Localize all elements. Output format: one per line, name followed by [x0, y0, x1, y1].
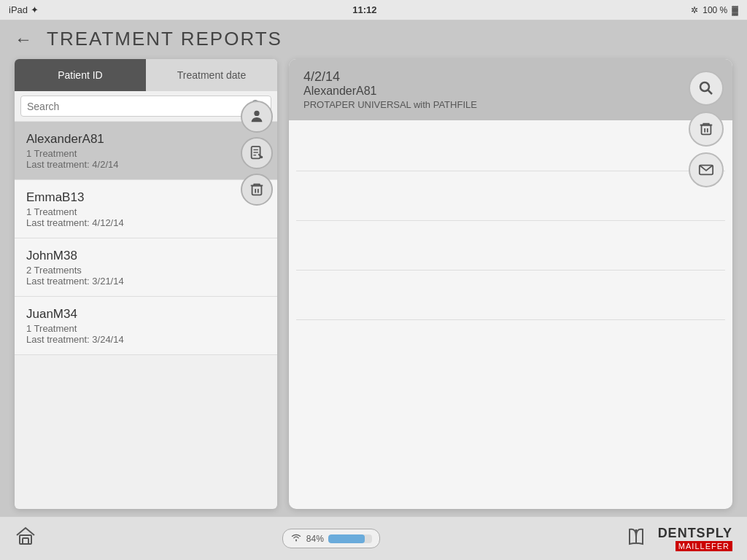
delete-detail-button[interactable]	[689, 112, 724, 147]
svg-point-0	[254, 111, 259, 116]
battery-visual	[328, 534, 372, 543]
email-detail-button[interactable]	[689, 152, 724, 187]
detail-panel: 4/2/14 AlexanderA81 PROTAPER UNIVERSAL w…	[289, 59, 732, 509]
wifi-icon	[290, 532, 302, 545]
patient-name: JuanM34	[26, 307, 266, 322]
patient-info: JuanM34 1 Treatment Last treatment: 3/24…	[26, 307, 266, 345]
patient-last: Last treatment: 4/2/14	[26, 159, 266, 170]
patient-info: JohnM38 2 Treatments Last treatment: 3/2…	[26, 249, 266, 287]
detail-actions	[689, 71, 724, 187]
svg-rect-16	[23, 538, 28, 544]
patient-info: EmmaB13 1 Treatment Last treatment: 4/12…	[26, 190, 266, 228]
detail-patient: AlexanderA81	[303, 85, 681, 98]
status-left: iPad ✦	[9, 4, 39, 15]
detail-row	[296, 128, 725, 171]
svg-point-5	[260, 156, 263, 159]
home-button[interactable]	[15, 525, 36, 552]
tabs: Patient ID Treatment date	[15, 59, 277, 91]
list-item[interactable]: EmmaB13 1 Treatment Last treatment: 4/12…	[15, 180, 277, 238]
header: ← TREATMENT REPORTS	[15, 28, 732, 50]
book-button[interactable]	[626, 526, 646, 551]
page-title: TREATMENT REPORTS	[47, 28, 282, 50]
patient-last: Last treatment: 3/24/14	[26, 334, 266, 345]
battery-icon: ▓	[732, 5, 738, 15]
patient-last: Last treatment: 3/21/14	[26, 276, 266, 287]
patient-name: EmmaB13	[26, 190, 266, 205]
patient-list: AlexanderA81 1 Treatment Last treatment:…	[15, 121, 277, 509]
patient-treatments: 1 Treatment	[26, 148, 266, 159]
floating-actions	[241, 101, 273, 206]
delete-action-button[interactable]	[241, 174, 273, 206]
search-detail-button[interactable]	[689, 71, 724, 106]
status-right: ✲ 100 % ▓	[691, 5, 738, 15]
patient-action-button[interactable]	[241, 101, 273, 133]
search-input[interactable]	[27, 101, 246, 112]
svg-rect-11	[702, 125, 711, 135]
search-bar: 🔍	[20, 96, 271, 117]
content-row: Patient ID Treatment date 🔍 AlexanderA81…	[15, 59, 732, 509]
detail-row	[296, 276, 725, 320]
bluetooth-icon: ✲	[691, 5, 698, 15]
brand-sub: MAILLEFER	[676, 541, 732, 551]
tab-treatment-date[interactable]: Treatment date	[146, 59, 277, 91]
svg-line-10	[708, 90, 713, 95]
battery-fill	[328, 534, 365, 543]
patient-last: Last treatment: 4/12/14	[26, 217, 266, 228]
detail-content	[289, 120, 732, 509]
svg-rect-15	[20, 535, 31, 544]
detail-row	[296, 227, 725, 271]
svg-point-9	[700, 82, 709, 91]
detail-header: 4/2/14 AlexanderA81 PROTAPER UNIVERSAL w…	[289, 59, 732, 120]
bottom-bar: 84% DENTSPLY MAILLEFER	[0, 516, 747, 560]
patient-treatments: 1 Treatment	[26, 323, 266, 334]
list-item[interactable]: AlexanderA81 1 Treatment Last treatment:…	[15, 122, 277, 180]
report-action-button[interactable]	[241, 137, 273, 169]
ipad-label: iPad ✦	[9, 4, 39, 15]
list-item[interactable]: JuanM34 1 Treatment Last treatment: 3/24…	[15, 297, 277, 355]
bottom-center: 84%	[282, 529, 380, 548]
patient-name: JohnM38	[26, 249, 266, 263]
patient-panel: Patient ID Treatment date 🔍 AlexanderA81…	[15, 59, 277, 509]
status-bar: iPad ✦ 11:12 ✲ 100 % ▓	[0, 0, 747, 20]
status-time: 11:12	[352, 4, 376, 15]
detail-treatment: PROTAPER UNIVERSAL with PATHFILE	[303, 99, 681, 110]
patient-treatments: 2 Treatments	[26, 265, 266, 276]
patient-treatments: 1 Treatment	[26, 206, 266, 217]
patient-info: AlexanderA81 1 Treatment Last treatment:…	[26, 132, 266, 170]
list-item[interactable]: JohnM38 2 Treatments Last treatment: 3/2…	[15, 238, 277, 297]
detail-row	[296, 177, 725, 221]
brand-logo: DENTSPLY MAILLEFER	[658, 526, 732, 551]
brand-name: DENTSPLY	[658, 526, 732, 541]
svg-rect-6	[252, 186, 262, 195]
battery-label: 100 %	[703, 5, 727, 15]
detail-date: 4/2/14	[303, 69, 681, 85]
back-button[interactable]: ←	[15, 29, 32, 50]
patient-name: AlexanderA81	[26, 132, 266, 147]
battery-status: 84%	[282, 529, 380, 548]
battery-percent-label: 84%	[306, 534, 324, 544]
tab-patient-id[interactable]: Patient ID	[15, 59, 146, 91]
main-area: ← TREATMENT REPORTS Patient ID Treatment…	[0, 20, 747, 516]
